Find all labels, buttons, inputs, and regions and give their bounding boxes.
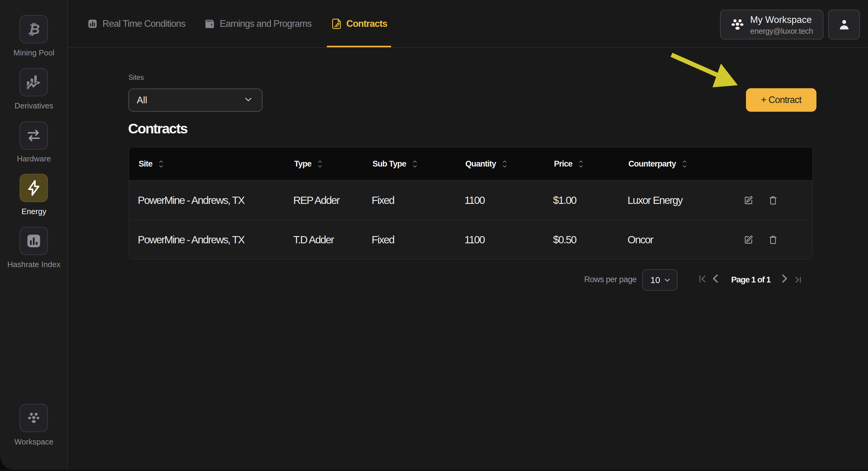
svg-text:₿: ₿: [28, 22, 40, 37]
